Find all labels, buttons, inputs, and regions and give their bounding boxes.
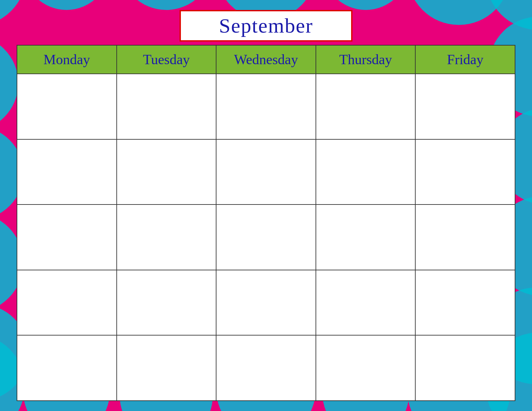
month-title: September — [219, 14, 313, 37]
calendar-cell[interactable] — [17, 335, 117, 401]
calendar-row — [17, 139, 515, 205]
day-header-thursday: Thursday — [316, 45, 416, 74]
header-row: MondayTuesdayWednesdayThursdayFriday — [17, 45, 515, 74]
calendar-cell[interactable] — [117, 205, 216, 270]
calendar-cell[interactable] — [415, 74, 515, 139]
day-header-friday: Friday — [415, 45, 515, 74]
calendar-row — [17, 205, 515, 270]
calendar-wrapper: September MondayTuesdayWednesdayThursday… — [17, 10, 515, 401]
calendar-cell[interactable] — [316, 270, 416, 336]
calendar-body — [17, 74, 515, 401]
calendar-cell[interactable] — [216, 74, 316, 139]
calendar-cell[interactable] — [415, 139, 515, 205]
calendar-cell[interactable] — [216, 335, 316, 401]
calendar-row — [17, 335, 515, 401]
calendar-cell[interactable] — [216, 205, 316, 270]
calendar-cell[interactable] — [216, 139, 316, 205]
calendar-row — [17, 74, 515, 139]
calendar-cell[interactable] — [117, 139, 216, 205]
day-header-tuesday: Tuesday — [117, 45, 216, 74]
calendar-cell[interactable] — [17, 74, 117, 139]
calendar-table: MondayTuesdayWednesdayThursdayFriday — [17, 45, 515, 401]
calendar-cell[interactable] — [17, 205, 117, 270]
calendar-cell[interactable] — [316, 74, 416, 139]
calendar-cell[interactable] — [415, 270, 515, 336]
calendar-cell[interactable] — [316, 335, 416, 401]
calendar-cell[interactable] — [316, 205, 416, 270]
day-header-monday: Monday — [17, 45, 117, 74]
calendar-cell[interactable] — [415, 335, 515, 401]
month-title-container: September — [180, 10, 352, 42]
calendar-cell[interactable] — [117, 270, 216, 336]
calendar-cell[interactable] — [117, 335, 216, 401]
calendar-cell[interactable] — [17, 139, 117, 205]
calendar-cell[interactable] — [316, 139, 416, 205]
calendar-cell[interactable] — [415, 205, 515, 270]
day-header-wednesday: Wednesday — [216, 45, 316, 74]
calendar-cell[interactable] — [117, 74, 216, 139]
calendar-cell[interactable] — [17, 270, 117, 336]
calendar-row — [17, 270, 515, 336]
calendar-cell[interactable] — [216, 270, 316, 336]
